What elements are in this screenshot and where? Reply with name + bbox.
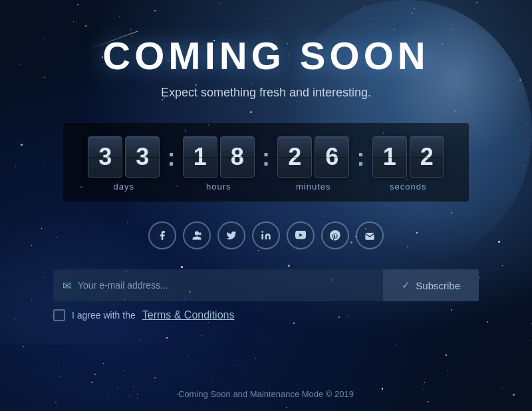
- hours-group: 1 8 hours: [178, 136, 260, 192]
- pinterest-icon[interactable]: [321, 221, 349, 249]
- hours-digits: 1 8: [183, 136, 255, 178]
- days-label: days: [114, 182, 134, 192]
- colon-3: :: [357, 137, 365, 192]
- terms-link[interactable]: Terms & Conditions: [142, 309, 235, 321]
- days-group: 3 3 days: [83, 136, 165, 192]
- linkedin-icon[interactable]: [252, 221, 280, 249]
- terms-agree-text: I agree with the: [72, 310, 136, 321]
- minutes-digits: 2 6: [277, 136, 349, 178]
- svg-point-0: [261, 231, 263, 233]
- subscribe-button[interactable]: ✓ Subscribe: [383, 269, 479, 301]
- seconds-digit-1: 1: [372, 136, 407, 178]
- days-digit-1: 3: [88, 136, 122, 178]
- email-input[interactable]: [78, 280, 374, 291]
- youtube-icon[interactable]: [287, 221, 315, 249]
- terms-row: I agree with the Terms & Conditions: [53, 309, 479, 321]
- colon-2: :: [262, 137, 270, 192]
- facebook-icon[interactable]: [148, 221, 176, 249]
- minutes-digit-1: 2: [277, 136, 312, 178]
- subscribe-row: ✉ ✓ Subscribe: [53, 269, 479, 301]
- google-plus-icon[interactable]: [183, 221, 211, 249]
- days-digit-2: 3: [125, 136, 160, 178]
- footer: Coming Soon and Maintenance Mode © 2019: [0, 389, 532, 399]
- minutes-label: minutes: [296, 182, 331, 192]
- hours-digit-1: 1: [183, 136, 217, 178]
- footer-text: Coming Soon and Maintenance Mode © 2019: [178, 389, 354, 399]
- subscribe-button-label: Subscribe: [416, 280, 460, 291]
- seconds-digits: 1 2: [372, 136, 444, 178]
- email-input-icon: ✉: [63, 279, 71, 292]
- social-icons-row: [148, 221, 384, 249]
- seconds-label: seconds: [390, 182, 426, 192]
- twitter-icon[interactable]: [217, 221, 245, 249]
- colon-1: :: [168, 137, 176, 192]
- hours-label: hours: [206, 182, 231, 192]
- email-input-wrap: ✉: [53, 269, 383, 301]
- minutes-digit-2: 6: [315, 136, 349, 178]
- page-subtitle: Expect something fresh and interesting.: [161, 86, 371, 100]
- seconds-digit-2: 2: [410, 136, 444, 178]
- terms-checkbox[interactable]: [53, 309, 65, 321]
- subscribe-check-icon: ✓: [402, 279, 410, 291]
- countdown-timer: 3 3 days : 1 8 hours : 2 6 minutes :: [63, 123, 469, 202]
- days-digits: 3 3: [88, 136, 160, 178]
- hours-digit-2: 8: [220, 136, 255, 178]
- minutes-group: 2 6 minutes: [273, 136, 354, 192]
- seconds-group: 1 2 seconds: [368, 136, 450, 192]
- email-social-icon[interactable]: [356, 221, 384, 249]
- page-title: COMING SOON: [102, 33, 429, 78]
